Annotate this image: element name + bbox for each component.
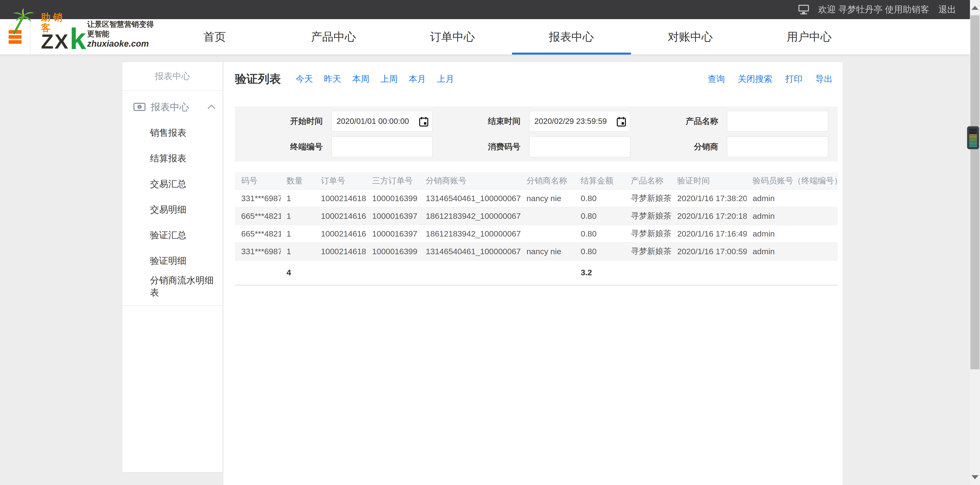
form-field-end-time: 结束时间 bbox=[433, 108, 631, 134]
total-quantity: 4 bbox=[281, 260, 315, 285]
distributor-input[interactable] bbox=[727, 142, 828, 151]
calendar-icon[interactable] bbox=[419, 116, 428, 128]
start-time-input[interactable] bbox=[332, 117, 432, 126]
sidebar-item-2[interactable]: 结算报表 bbox=[123, 146, 223, 171]
table-header-cell-9: 验证时间 bbox=[671, 172, 747, 189]
table-wrap: 码号数量订单号三方订单号分销商账号分销商名称结算金额产品名称验证时间验码员账号（… bbox=[235, 172, 838, 286]
sidebar-section-report-center[interactable]: 1 报表中心 bbox=[123, 94, 223, 120]
total-empty-cell bbox=[235, 260, 281, 285]
consume-code-input[interactable] bbox=[530, 142, 630, 151]
table-row-1: 331***6987110002146181000016399131465404… bbox=[235, 189, 838, 207]
verification-table: 码号数量订单号三方订单号分销商账号分销商名称结算金额产品名称验证时间验码员账号（… bbox=[235, 172, 838, 286]
nav-tab-1[interactable]: 首页 bbox=[155, 19, 274, 54]
table-totals-row: 43.2 bbox=[235, 260, 838, 285]
terminal-no-input[interactable] bbox=[332, 142, 432, 151]
terminal-no-label: 终端编号 bbox=[290, 142, 323, 152]
table-header-row: 码号数量订单号三方订单号分销商账号分销商名称结算金额产品名称验证时间验码员账号（… bbox=[235, 172, 838, 189]
table-cell: admin bbox=[747, 243, 838, 260]
table-cell: 1000016397 bbox=[366, 207, 420, 225]
table-cell: 1000214618 bbox=[315, 243, 366, 260]
extension-widget-icon[interactable] bbox=[967, 126, 979, 149]
sidebar: 报表中心 1 报表中心 销售报表结算报表交易汇总交易明细验证汇总验证明细分销商流… bbox=[123, 62, 223, 472]
sidebar-items: 销售报表结算报表交易汇总交易明细验证汇总验证明细分销商流水明细表 bbox=[123, 120, 223, 299]
table-cell: 18612183942_1000000670 bbox=[420, 225, 521, 243]
logo-k-text: k bbox=[70, 28, 86, 50]
distributor-label: 分销商 bbox=[694, 142, 718, 152]
sidebar-menu: 1 报表中心 销售报表结算报表交易汇总交易明细验证汇总验证明细分销商流水明细表 bbox=[123, 91, 223, 306]
svg-text:1: 1 bbox=[138, 105, 140, 109]
quick-filter-4[interactable]: 上周 bbox=[380, 73, 398, 85]
quick-filter-links: 今天昨天本周上周本月上月 bbox=[296, 73, 454, 85]
table-row-4: 331***6987110002146181000016399131465404… bbox=[235, 243, 838, 260]
sidebar-item-5[interactable]: 验证汇总 bbox=[123, 223, 223, 248]
table-cell: 331***6987 bbox=[235, 189, 281, 207]
quick-filter-1[interactable]: 今天 bbox=[296, 73, 313, 85]
page-title: 验证列表 bbox=[235, 71, 281, 87]
quick-filter-5[interactable]: 本月 bbox=[409, 73, 426, 85]
table-row-3: 665***4821110002146161000016397186121839… bbox=[235, 225, 838, 243]
table-cell: 1000016397 bbox=[366, 225, 420, 243]
sidebar-item-3[interactable]: 交易汇总 bbox=[123, 171, 223, 197]
table-cell: 1000016399 bbox=[366, 189, 420, 207]
banknote-icon: 1 bbox=[134, 103, 145, 111]
nav-tab-4[interactable]: 报表中心 bbox=[512, 19, 631, 54]
form-field-distributor: 分销商 bbox=[630, 134, 828, 159]
nav-tab-2[interactable]: 产品中心 bbox=[274, 19, 393, 54]
total-empty-cell bbox=[315, 260, 366, 285]
logo-domain: zhuxiaoke.com bbox=[87, 39, 155, 49]
main-panel: 验证列表 今天昨天本周上周本月上月 查询关闭搜索打印导出 开始时间结束时间产品名… bbox=[223, 62, 843, 485]
table-cell: 1 bbox=[281, 243, 315, 260]
product-name-label: 产品名称 bbox=[686, 116, 718, 127]
table-cell: 331***6987 bbox=[235, 243, 281, 260]
title-row: 验证列表 今天昨天本周上周本月上月 查询关闭搜索打印导出 bbox=[235, 65, 838, 93]
table-cell: 1000214618 bbox=[315, 189, 366, 207]
total-empty-cell bbox=[747, 260, 838, 285]
consume-code-label: 消费码号 bbox=[488, 142, 520, 152]
table-cell: 665***4821 bbox=[235, 207, 281, 225]
table-header-cell-3: 订单号 bbox=[315, 172, 366, 189]
table-header-cell-1: 码号 bbox=[235, 172, 281, 189]
table-cell: 1 bbox=[281, 207, 315, 225]
action-link-3[interactable]: 打印 bbox=[785, 73, 802, 85]
table-header-cell-10: 验码员账号（终端编号） bbox=[747, 172, 838, 189]
form-field-product-name: 产品名称 bbox=[630, 108, 828, 134]
sidebar-item-7[interactable]: 分销商流水明细表 bbox=[123, 274, 223, 299]
sidebar-item-4[interactable]: 交易明细 bbox=[123, 197, 223, 223]
nav-tab-5[interactable]: 对账中心 bbox=[631, 19, 750, 54]
form-field-terminal-no: 终端编号 bbox=[235, 134, 433, 159]
quick-filter-6[interactable]: 上月 bbox=[437, 73, 454, 85]
scrollbar-up-arrow-icon[interactable] bbox=[971, 6, 978, 10]
table-cell: 寻梦新娘茶 bbox=[625, 207, 671, 225]
table-cell: 18612183942_1000000670 bbox=[420, 207, 521, 225]
table-cell: 0.80 bbox=[575, 189, 625, 207]
scrollbar bbox=[970, 0, 980, 485]
quick-filter-3[interactable]: 本周 bbox=[352, 73, 369, 85]
action-link-4[interactable]: 导出 bbox=[815, 73, 833, 85]
table-cell: 2020/1/16 17:20:18 bbox=[671, 207, 747, 225]
table-cell: admin bbox=[747, 225, 838, 243]
table-cell: admin bbox=[747, 189, 838, 207]
sidebar-item-1[interactable]: 销售报表 bbox=[123, 120, 223, 146]
nav-tab-6[interactable]: 用户中心 bbox=[750, 19, 869, 54]
calendar-icon[interactable] bbox=[617, 116, 626, 128]
quick-filter-2[interactable]: 昨天 bbox=[324, 73, 341, 85]
sidebar-section-label: 报表中心 bbox=[151, 100, 207, 114]
table-header-cell-7: 结算金额 bbox=[575, 172, 625, 189]
scrollbar-thumb[interactable] bbox=[970, 15, 980, 369]
search-form: 开始时间结束时间产品名称终端编号消费码号分销商 bbox=[235, 107, 838, 161]
nav-tabs: 首页产品中心订单中心报表中心对账中心用户中心 bbox=[155, 19, 869, 54]
action-link-1[interactable]: 查询 bbox=[708, 73, 725, 85]
product-name-input[interactable] bbox=[727, 117, 828, 126]
table-cell: 0.80 bbox=[575, 207, 625, 225]
nav-tab-3[interactable]: 订单中心 bbox=[393, 19, 512, 54]
logout-link[interactable]: 退出 bbox=[939, 3, 956, 16]
brand-logo: 助销客 ZX k 让景区智慧营销变得更智能 zhuxiaoke.com bbox=[30, 19, 155, 54]
nav-spacer bbox=[869, 19, 970, 54]
scrollbar-down-arrow-icon[interactable] bbox=[971, 475, 978, 479]
table-cell: 0.80 bbox=[575, 243, 625, 260]
table-header-cell-2: 数量 bbox=[281, 172, 315, 189]
end-time-input[interactable] bbox=[530, 117, 630, 126]
sidebar-item-6[interactable]: 验证明细 bbox=[123, 248, 223, 274]
action-link-2[interactable]: 关闭搜索 bbox=[738, 73, 772, 85]
table-cell: 2020/1/16 17:00:59 bbox=[671, 243, 747, 260]
